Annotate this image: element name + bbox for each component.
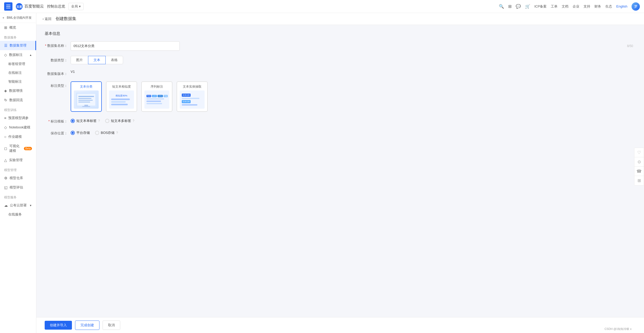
annotation-type-row: 标注类型： 文本分类	[45, 81, 636, 112]
global-selector[interactable]: 全局 ▾	[68, 3, 84, 10]
dataset-name-row: 数据集名称： 8/50	[45, 41, 636, 51]
main-content: ‹ 返回 创建数据集 基本信息 数据集名称： 8/50 数据类型	[36, 13, 644, 333]
pretrained-icon: ≡	[4, 116, 6, 120]
sidebar-item-model-eval-label: 模型评估	[10, 185, 23, 190]
back-label[interactable]: 返回	[45, 17, 51, 21]
svg-rect-3	[77, 94, 95, 106]
sidebar-collapse-toggle[interactable]: ‹	[36, 174, 36, 185]
data-type-control: 图片 文本 表格	[71, 56, 636, 64]
annotation-type-control: 文本分类	[71, 81, 636, 112]
save-location-label: 保存位置：	[45, 129, 71, 136]
sidebar-item-data-annotation[interactable]: ◇ 数据标注 ▲	[0, 50, 36, 60]
text-classify-preview	[74, 90, 99, 109]
sidebar-item-cloud-deploy[interactable]: ☁ 公有云部署 ▼	[0, 201, 36, 210]
float-phone-btn[interactable]: ☎	[634, 167, 644, 176]
footer-bar: 创建并导入 完成创建 取消	[36, 317, 644, 333]
complete-create-button[interactable]: 完成创建	[75, 321, 99, 330]
eval-icon: ◱	[4, 185, 8, 190]
bottom-right-text: CSDH @1知知冷棱 x	[605, 327, 632, 331]
right-float-bar: ♡ ⊙ ☎ ⊞	[634, 148, 644, 186]
sidebar-item-overview-label: 概览	[9, 25, 16, 30]
message-icon[interactable]: 💬	[516, 4, 521, 9]
annotation-card-sequence[interactable]: 序列标注 PER LOC ORG TIM	[141, 81, 172, 112]
sidebar-item-dataset-mgmt[interactable]: ☰ 数据集管理	[0, 41, 36, 50]
radio-single-text: 短文本单标签	[76, 119, 97, 123]
radio-multi-circle	[105, 119, 109, 123]
sidebar-item-visual-model[interactable]: ◻ 可视化建模 Beta	[0, 141, 36, 155]
sidebar-sub-item-smart-annotation[interactable]: 智能标注	[0, 77, 36, 86]
top-navigation: 百度 百度智能云 控制台总览 全局 ▾ 🔍 ⊞ 💬 🛒 ICP备案 工单 文档 …	[0, 0, 644, 13]
type-btn-text[interactable]: 文本	[88, 56, 106, 64]
sidebar-sub-item-label-group[interactable]: 标签组管理	[0, 60, 36, 68]
sidebar-item-model-eval[interactable]: ◱ 模型评估	[0, 183, 36, 192]
sidebar-section-data-service: 数据服务	[0, 32, 36, 41]
back-link[interactable]: ‹ 返回	[43, 17, 51, 21]
language-switch[interactable]: English	[616, 4, 627, 8]
annotation-card-text-classify[interactable]: 文本分类	[71, 81, 102, 112]
support-link[interactable]: 支持	[583, 4, 590, 9]
icp-link[interactable]: ICP备案	[534, 4, 547, 9]
annotation-icon: ◇	[4, 53, 7, 57]
dataset-name-control: 8/50	[71, 41, 636, 51]
sidebar-item-model-repo[interactable]: ⚙ 模型仓库	[0, 173, 36, 183]
sidebar-item-overview[interactable]: ⊞ 概览	[0, 23, 36, 32]
search-icon[interactable]: 🔍	[499, 4, 504, 9]
sidebar-item-notebook[interactable]: ◇ Notebook建模	[0, 123, 36, 132]
radio-bos-circle	[95, 131, 99, 135]
grid-icon[interactable]: ⊞	[508, 4, 512, 9]
sidebar-item-experiment[interactable]: △ 实验管理	[0, 155, 36, 165]
sidebar-item-cloud-deploy-label: 公有云部署	[10, 203, 27, 208]
sidebar-item-backflow-label: 数据回流	[9, 98, 23, 102]
job-icon: ○	[4, 135, 6, 139]
radio-single-label[interactable]: 短文本单标签 ?	[71, 119, 100, 123]
float-info-btn[interactable]: ⊙	[634, 157, 644, 167]
svg-rect-7	[78, 98, 91, 99]
float-apps-btn[interactable]: ⊞	[634, 176, 644, 185]
enterprise-link[interactable]: 企业	[573, 4, 579, 9]
user-avatar[interactable]: 梦	[632, 2, 640, 11]
text-classify-svg	[75, 91, 98, 108]
similarity-preview: 相似度80%	[109, 90, 134, 109]
radio-bos-storage[interactable]: BOS存储 ?	[95, 130, 118, 135]
radio-platform-storage[interactable]: 平台存储	[71, 130, 90, 135]
sidebar-item-data-backflow[interactable]: ↻ 数据回流	[0, 95, 36, 105]
sidebar: ✦ BML全功能AI开发 ⊞ 概览 数据服务 ☰ 数据集管理 ◇ 数据标注 ▲ …	[0, 13, 36, 333]
cart-icon[interactable]: 🛒	[525, 4, 530, 9]
backflow-icon: ↻	[4, 98, 7, 102]
sidebar-sub-item-online-annotation[interactable]: 在线标注	[0, 68, 36, 77]
create-and-import-button[interactable]: 创建并导入	[45, 321, 72, 330]
annotation-card-similarity[interactable]: 短文本相似度 相似度80%	[106, 81, 137, 112]
type-buttons: 图片 文本 表格	[71, 56, 636, 64]
docs-link[interactable]: 文档	[562, 4, 568, 9]
sidebar-item-job-model[interactable]: ○ 作业建模	[0, 132, 36, 141]
app-layout: ✦ BML全功能AI开发 ⊞ 概览 数据服务 ☰ 数据集管理 ◇ 数据标注 ▲ …	[0, 0, 644, 333]
type-btn-image[interactable]: 图片	[71, 56, 88, 64]
cancel-button[interactable]: 取消	[103, 321, 120, 330]
baidu-logo-icon: 百度	[16, 3, 23, 10]
sidebar-item-bml[interactable]: ✦ BML全功能AI开发	[0, 13, 36, 23]
ticket-link[interactable]: 工单	[551, 4, 558, 9]
chevron-down-icon: ▾	[79, 4, 81, 8]
data-type-label: 数据类型：	[45, 56, 71, 63]
dataset-name-input[interactable]	[71, 41, 180, 51]
bos-help-icon[interactable]: ?	[116, 131, 118, 135]
hamburger-button[interactable]	[4, 2, 12, 11]
type-btn-table[interactable]: 表格	[105, 56, 123, 64]
radio-multi-label[interactable]: 短文本多标签 ?	[105, 119, 135, 123]
nav-label: 控制台总览	[47, 4, 65, 9]
sidebar-item-dataset-mgmt-label: 数据集管理	[10, 43, 26, 48]
svg-rect-5	[82, 106, 90, 107]
sidebar-item-pretrained[interactable]: ≡ 预置模型调参	[0, 113, 36, 123]
finance-link[interactable]: 财务	[594, 4, 601, 9]
multi-label-help-icon[interactable]: ?	[133, 119, 135, 123]
svg-text:百度: 百度	[16, 5, 22, 8]
ecology-link[interactable]: 生态	[605, 4, 612, 9]
annotation-card-entity[interactable]: 文本实体抽取 实体名称 实体名称	[177, 81, 208, 112]
sidebar-sub-item-online-service[interactable]: 在线服务	[0, 210, 36, 219]
sub-header: ‹ 返回 创建数据集	[36, 13, 644, 25]
float-favorite-btn[interactable]: ♡	[634, 148, 644, 157]
single-label-help-icon[interactable]: ?	[98, 119, 100, 123]
beta-badge: Beta	[24, 147, 32, 150]
sidebar-item-data-augment[interactable]: ◈ 数据增强	[0, 86, 36, 95]
sidebar-item-pretrained-label: 预置模型调参	[8, 116, 29, 120]
